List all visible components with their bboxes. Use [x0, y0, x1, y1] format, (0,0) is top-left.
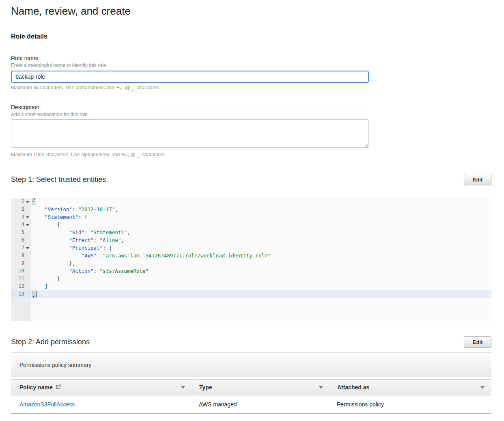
permissions-summary-panel: Permissions policy summary Policy nameTy…: [11, 352, 491, 414]
column-label: Policy name: [19, 384, 53, 391]
code-text: "Sid": "Statement1",: [31, 229, 491, 236]
code-line-12: 12 ]: [11, 283, 491, 290]
role-name-label: Role name: [11, 54, 491, 62]
line-number[interactable]: 7: [11, 244, 31, 252]
step1-section: Step 1: Select trusted entities Edit 1{2…: [11, 174, 491, 321]
line-number: 13: [11, 290, 31, 298]
trust-policy-editor[interactable]: 1{2 "Version": "2012-10-17",3 "Statement…: [11, 198, 491, 321]
role-name-input[interactable]: [11, 71, 369, 83]
step1-edit-button[interactable]: Edit: [464, 174, 491, 185]
code-area: [31, 298, 491, 321]
code-text: "AWS": "arn:aws:iam::541263489771:role/w…: [31, 252, 491, 259]
code-text: {: [31, 221, 491, 229]
step1-heading: Step 1: Select trusted entities: [11, 175, 106, 184]
step2-heading: Step 2: Add permissions: [11, 337, 90, 346]
line-number: 5: [11, 229, 31, 236]
permissions-policy-summary-header: Permissions policy summary: [11, 352, 491, 377]
external-link-icon: [56, 384, 61, 390]
code-text: "Effect": "Allow",: [31, 236, 491, 244]
policy-name-cell: AmazonS3FullAccess: [11, 395, 192, 413]
code-text: }: [31, 290, 491, 298]
role-details-section: Role details Role name Enter a meaningfu…: [11, 32, 491, 158]
description-constraint: Maximum 1000 characters. Use alphanumeri…: [11, 152, 491, 158]
role-name-constraint: Maximum 64 characters. Use alphanumeric …: [11, 85, 491, 91]
policy-table-header: Policy nameTypeAttached as: [11, 379, 491, 395]
page-title: Name, review, and create: [11, 5, 491, 17]
code-line-1: 1{: [11, 198, 491, 205]
line-number[interactable]: 1: [11, 198, 31, 205]
code-text: ]: [31, 283, 491, 290]
code-text: "Version": "2012-10-17",: [31, 205, 491, 213]
column-header-attached-as[interactable]: Attached as: [330, 380, 491, 395]
code-line-10: 10 "Action": "sts:AssumeRole": [11, 267, 491, 275]
line-number: 6: [11, 236, 31, 244]
line-number: 2: [11, 205, 31, 213]
description-help: Add a short explanation for this role.: [11, 112, 491, 118]
editor-empty-area: [11, 298, 491, 321]
policy-type-cell: AWS managed: [192, 395, 330, 413]
gutter: [11, 298, 31, 321]
code-text: "Statement": [: [31, 213, 491, 221]
policy-name-link[interactable]: AmazonS3FullAccess: [19, 401, 75, 408]
code-line-8: 8 "AWS": "arn:aws:iam::541263489771:role…: [11, 252, 491, 259]
line-number: 11: [11, 275, 31, 283]
code-text: }: [31, 275, 491, 283]
code-text: },: [31, 259, 491, 267]
section-divider: [11, 48, 491, 48]
code-line-4: 4 {: [11, 221, 491, 229]
role-name-help: Enter a meaningful name to identify this…: [11, 63, 491, 69]
column-header-type[interactable]: Type: [192, 380, 330, 395]
code-line-7: 7 "Principal": {: [11, 244, 491, 252]
code-text: {: [31, 198, 491, 205]
code-text: "Principal": {: [31, 244, 491, 252]
fold-caret-icon[interactable]: [26, 247, 29, 249]
sort-filter-icon[interactable]: [480, 386, 485, 389]
table-row: AmazonS3FullAccessAWS managedPermissions…: [11, 395, 491, 414]
line-number: 9: [11, 259, 31, 267]
description-input[interactable]: [11, 119, 369, 148]
column-label: Type: [199, 384, 212, 391]
code-text: "Action": "sts:AssumeRole": [31, 267, 491, 275]
role-details-heading: Role details: [11, 32, 491, 40]
sort-filter-icon[interactable]: [181, 386, 185, 389]
sort-filter-icon[interactable]: [319, 386, 323, 389]
line-number: 12: [11, 283, 31, 290]
code-line-3: 3 "Statement": [: [11, 213, 491, 221]
code-line-11: 11 }: [11, 275, 491, 283]
step2-section: Step 2: Add permissions Edit Permissions…: [11, 336, 491, 414]
fold-caret-icon[interactable]: [26, 201, 29, 203]
policy-attached-as-cell: Permissions policy: [330, 395, 491, 413]
name-review-create-page: Name, review, and create Role details Ro…: [0, 0, 504, 421]
step2-edit-button[interactable]: Edit: [464, 336, 491, 348]
panel-title: Permissions policy summary: [19, 362, 91, 368]
description-label: Description: [11, 104, 491, 111]
fold-caret-icon[interactable]: [26, 216, 29, 218]
code-line-2: 2 "Version": "2012-10-17",: [11, 205, 491, 213]
column-label: Attached as: [337, 384, 369, 391]
code-line-6: 6 "Effect": "Allow",: [11, 236, 491, 244]
text-cursor-icon: [36, 291, 37, 297]
code-line-13: 13}: [11, 290, 491, 298]
line-number: 8: [11, 252, 31, 259]
line-number[interactable]: 4: [11, 221, 31, 229]
line-number: 10: [11, 267, 31, 275]
line-number[interactable]: 3: [11, 213, 31, 221]
code-line-5: 5 "Sid": "Statement1",: [11, 229, 491, 236]
column-header-policy-name[interactable]: Policy name: [11, 380, 192, 395]
policy-table-body: AmazonS3FullAccessAWS managedPermissions…: [11, 395, 491, 414]
fold-caret-icon[interactable]: [26, 224, 29, 226]
code-line-9: 9 },: [11, 259, 491, 267]
